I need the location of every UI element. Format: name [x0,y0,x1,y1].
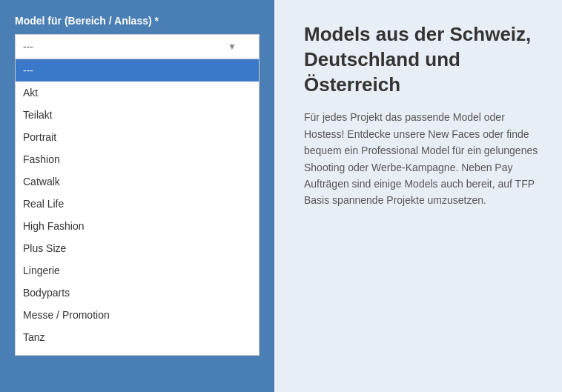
right-panel: Models aus der Schweiz, Deutschland und … [274,0,562,392]
dropdown-item[interactable]: Messe / Promotion [16,304,259,326]
dropdown-item[interactable]: High Fashion [16,215,259,237]
dropdown-item[interactable]: Real Life [16,193,259,215]
dropdown-item[interactable]: Akt [16,82,259,104]
dropdown-item[interactable]: Tanz [16,326,259,348]
dropdown-item[interactable]: Portrait [16,126,259,148]
chevron-down-icon: ▼ [228,41,237,52]
dropdown-item[interactable]: --- [16,59,259,82]
right-title: Models aus der Schweiz, Deutschland und … [304,22,540,97]
select-wrapper: --- ▼ ---AktTeilaktPortraitFashionCatwal… [15,34,259,59]
field-label: Model für (Bereich / Anlass) * [15,15,259,27]
dropdown-item[interactable]: Fashion [16,148,259,170]
dropdown-item[interactable]: Lingerie [16,259,259,282]
dropdown-item[interactable]: Bodyparts [16,282,259,304]
dropdown-item[interactable]: Teilakt [16,104,259,126]
dropdown-item[interactable]: Catwalk [16,170,259,193]
dropdown-list: ---AktTeilaktPortraitFashionCatwalkReal … [15,59,259,356]
dropdown-item[interactable]: Events [16,348,259,356]
select-display[interactable]: --- ▼ [15,34,259,59]
dropdown-item[interactable]: Plus Size [16,237,259,259]
left-panel: Model für (Bereich / Anlass) * --- ▼ ---… [0,0,274,392]
right-body-text: Für jedes Projekt das passende Model ode… [304,109,540,208]
select-value: --- [23,41,33,53]
